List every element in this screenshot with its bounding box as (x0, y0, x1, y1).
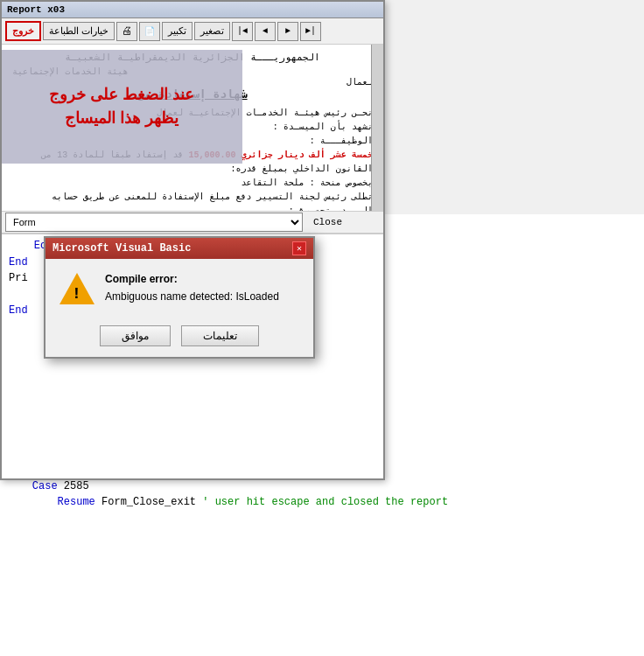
vba-dialog-titlebar: Microsoft Visual Basic ✕ (46, 238, 313, 259)
vba-dialog-text: Compile error: Ambiguous name detected: … (105, 273, 279, 303)
body-line4-suffix: خمسة عشر ألف دينار جزائري (242, 150, 373, 160)
form-selector-bar: Form Close (2, 211, 383, 234)
vba-dialog-buttons: موافق تعليمات (46, 318, 313, 357)
report-title: Report x03 (7, 4, 65, 15)
vba-dialog-close-button[interactable]: ✕ (292, 241, 306, 255)
vba-ok-button[interactable]: موافق (100, 325, 171, 346)
warning-triangle (60, 273, 94, 304)
zoom-in-button[interactable]: تكبير (162, 22, 192, 40)
vba-help-button[interactable]: تعليمات (181, 325, 259, 346)
report-scrollbar[interactable] (371, 45, 383, 211)
zoom-out-button[interactable]: تصغير (194, 22, 230, 40)
vba-dialog-title: Microsoft Visual Basic (52, 242, 191, 255)
nav-next-icon[interactable]: ► (277, 22, 298, 41)
nav-icon-1[interactable]: 📄 (139, 22, 160, 41)
nav-prev-icon[interactable]: ◄ (255, 22, 276, 41)
overlay-panel: عند الضغط على خروجيظهر هذا الميساج (2, 50, 242, 164)
main-code-line-17: Case 2585 (7, 478, 637, 495)
printer-icon[interactable]: 🖨 (116, 22, 137, 41)
exit-button[interactable]: خروج (5, 21, 41, 41)
report-toolbar: خروج خيارات الطباعة 🖨 📄 تكبير تصغير |◄ ◄… (2, 18, 383, 45)
report-titlebar: Report x03 (2, 2, 383, 18)
overlay-text: عند الضغط على خروجيظهر هذا الميساج (49, 83, 194, 130)
print-options-button[interactable]: خيارات الطباعة (43, 22, 115, 40)
warning-icon (60, 273, 94, 308)
vba-error-message: Ambiguous name detected: IsLoaded (105, 290, 279, 303)
main-code-line-18: Resume Form_Close_exit ' user hit escape… (7, 494, 637, 511)
close-event-label: Close (313, 217, 342, 227)
vba-error-title: Compile error: (105, 273, 279, 285)
vba-dialog-body: Compile error: Ambiguous name detected: … (46, 259, 313, 318)
body-line5: بخصوص منحة : ملحة التقاعد (12, 177, 373, 191)
nav-first-icon[interactable]: |◄ (232, 22, 253, 41)
nav-last-icon[interactable]: ►| (300, 22, 321, 41)
form-dropdown[interactable]: Form (5, 213, 303, 232)
body-line6: تطلى رئيس لجنة التسيير دفع مبلغ الإستفاد… (12, 191, 373, 211)
vba-error-dialog: Microsoft Visual Basic ✕ Compile error: … (44, 236, 315, 359)
